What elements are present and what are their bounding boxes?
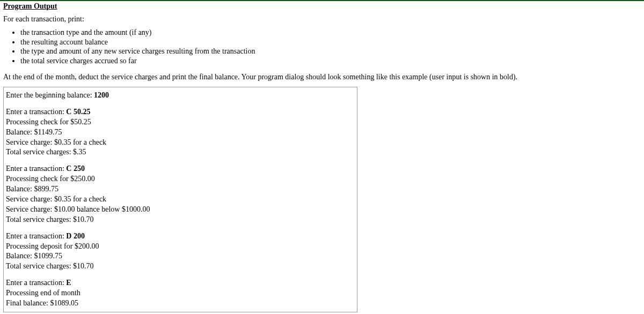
sample-line-text: Enter a transaction: <box>6 108 66 116</box>
sample-line-text: Processing end of month <box>6 289 80 297</box>
output-requirements-list: the transaction type and the amount (if … <box>0 28 644 65</box>
sample-line: Processing check for $50.25 <box>6 117 355 128</box>
sample-line: Service charge: $0.35 for a check <box>6 138 355 148</box>
top-rule <box>0 0 644 1</box>
list-item: the type and amount of any new service c… <box>20 47 644 56</box>
sample-block: Enter the beginning balance: 1200 <box>6 91 355 101</box>
sample-line: Processing check for $250.00 <box>6 174 355 184</box>
list-item: the transaction type and the amount (if … <box>20 28 644 38</box>
sample-line: Total service charges: $10.70 <box>6 261 355 272</box>
sample-user-input: D 200 <box>66 232 85 240</box>
sample-user-input: C 250 <box>66 165 85 173</box>
sample-line-text: Enter a transaction: <box>6 232 66 240</box>
intro-paragraph: For each transaction, print: <box>0 13 644 26</box>
sample-line: Enter a transaction: E <box>6 278 355 288</box>
sample-block: Enter a transaction: D 200Processing dep… <box>6 231 355 272</box>
sample-block: Enter a transaction: C 250Processing che… <box>6 164 355 225</box>
sample-line-text: Total service charges: $10.70 <box>6 262 94 270</box>
sample-line: Service charge: $0.35 for a check <box>6 195 355 205</box>
sample-block: Enter a transaction: C 50.25Processing c… <box>6 107 355 158</box>
sample-line-text: Service charge: $0.35 for a check <box>6 195 106 203</box>
sample-line-text: Service charge: $0.35 for a check <box>6 138 106 146</box>
sample-line-text: Final balance: $1089.05 <box>6 299 78 307</box>
sample-line-text: Processing check for $50.25 <box>6 118 91 126</box>
sample-line-text: Balance: $1149.75 <box>6 128 62 136</box>
sample-line-text: Balance: $899.75 <box>6 185 58 193</box>
sample-line-text: Balance: $1099.75 <box>6 252 62 260</box>
sample-line-text: Enter the beginning balance: <box>6 91 94 99</box>
sample-line: Balance: $1099.75 <box>6 251 355 261</box>
sample-user-input: 1200 <box>94 91 109 99</box>
sample-line: Final balance: $1089.05 <box>6 298 355 309</box>
sample-line: Processing deposit for $200.00 <box>6 242 355 252</box>
sample-line: Enter the beginning balance: 1200 <box>6 91 355 101</box>
sample-line-text: Enter a transaction: <box>6 165 66 173</box>
sample-line-text: Processing deposit for $200.00 <box>6 242 99 250</box>
sample-line: Balance: $899.75 <box>6 184 355 195</box>
sample-block: Enter a transaction: EProcessing end of … <box>6 278 355 309</box>
sample-user-input: C 50.25 <box>66 108 90 116</box>
sample-line: Processing end of month <box>6 288 355 298</box>
sample-line: Total service charges: $10.70 <box>6 215 355 225</box>
sample-line-text: Total service charges: $10.70 <box>6 215 94 223</box>
end-of-month-paragraph: At the end of the month, deduct the serv… <box>0 71 644 84</box>
sample-line: Enter a transaction: D 200 <box>6 231 355 242</box>
list-item: the total service charges accrued so far <box>20 56 644 66</box>
sample-line: Service charge: $10.00 balance below $10… <box>6 205 355 215</box>
sample-dialog-box: Enter the beginning balance: 1200Enter a… <box>3 87 357 312</box>
sample-line-text: Service charge: $10.00 balance below $10… <box>6 205 150 213</box>
sample-line: Total service charges: $.35 <box>6 147 355 158</box>
sample-line: Enter a transaction: C 50.25 <box>6 107 355 117</box>
section-heading-program-output: Program Output <box>0 2 644 11</box>
sample-line-text: Processing check for $250.00 <box>6 175 95 183</box>
sample-line: Balance: $1149.75 <box>6 128 355 138</box>
sample-line-text: Total service charges: $.35 <box>6 148 86 156</box>
sample-line: Enter a transaction: C 250 <box>6 164 355 174</box>
list-item: the resulting account balance <box>20 38 644 47</box>
sample-line-text: Enter a transaction: <box>6 279 66 287</box>
sample-user-input: E <box>66 279 71 287</box>
